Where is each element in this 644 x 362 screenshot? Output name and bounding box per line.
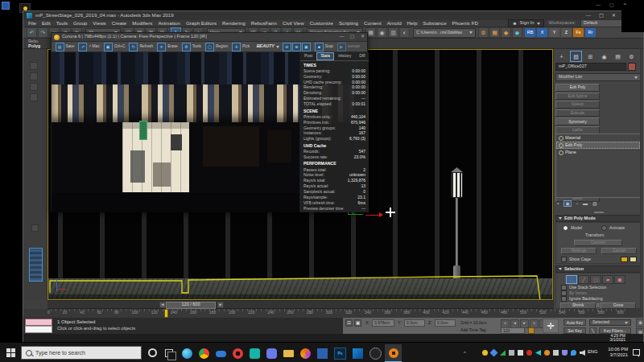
obs-icon[interactable] xyxy=(369,348,382,360)
minimize-button[interactable]: — xyxy=(586,13,591,18)
vertex-icon[interactable]: ∴ xyxy=(566,275,577,284)
taskbar-clock[interactable]: 10:06 PM 3/7/2021 xyxy=(602,347,628,358)
macro-recorder-pane[interactable] xyxy=(25,319,52,326)
menu-item[interactable]: Tools xyxy=(56,21,68,26)
opera-icon[interactable] xyxy=(233,348,243,359)
cortana-button[interactable] xyxy=(148,348,157,357)
settings-button[interactable]: Settings xyxy=(561,248,597,254)
isolate-selection-icon[interactable]: ⊡ xyxy=(345,319,353,327)
menu-item[interactable]: RebusFarm xyxy=(251,21,277,26)
tray-volume-icon[interactable] xyxy=(580,350,585,356)
tray-corona-icon[interactable] xyxy=(482,350,488,356)
display-tab-icon[interactable]: ▤ xyxy=(613,51,623,61)
menu-item[interactable]: Content xyxy=(364,21,382,26)
corona-close-button[interactable]: ✕ xyxy=(361,35,365,39)
modifier-preset-button[interactable]: Extrude xyxy=(555,109,600,117)
stop-button[interactable]: ■Stop xyxy=(315,43,333,51)
render-setup-icon[interactable]: ⚙ xyxy=(478,27,489,38)
add-time-tag[interactable]: Add Time Tag xyxy=(460,328,486,332)
object-color-swatch[interactable] xyxy=(628,63,636,71)
menu-item[interactable]: Edit xyxy=(42,21,51,26)
render-button[interactable]: ▶Render xyxy=(337,43,361,51)
menu-item[interactable]: Customize xyxy=(310,21,333,26)
3dsmax-icon[interactable] xyxy=(353,348,363,359)
element-icon[interactable]: ◼ xyxy=(614,275,625,284)
radio-model[interactable]: Model xyxy=(563,225,582,231)
schematic-view-icon[interactable]: ▥ xyxy=(388,27,398,38)
chrome-icon[interactable] xyxy=(199,348,209,359)
current-frame-field[interactable]: 120 xyxy=(501,327,525,334)
ignore-backfacing-checkbox[interactable]: Ignore Backfacing xyxy=(561,296,603,302)
corona-maximize-button[interactable]: ▢ xyxy=(350,35,354,39)
close-button[interactable]: ✕ xyxy=(612,13,616,18)
material-editor-icon[interactable]: ◐ xyxy=(399,27,410,38)
erase-button[interactable]: ✕Erase xyxy=(157,43,178,51)
selection-lock-icon[interactable]: ▣ xyxy=(354,319,361,327)
polygon-icon[interactable]: ▰ xyxy=(602,275,613,284)
region-button[interactable]: ▢Region xyxy=(205,43,228,51)
menu-item[interactable]: Rendering xyxy=(222,21,246,26)
visibility-bulb-icon[interactable] xyxy=(559,136,564,141)
discord-icon[interactable] xyxy=(266,348,277,359)
menu-item[interactable]: Modifiers xyxy=(132,21,152,26)
tray-gray-icon[interactable] xyxy=(509,350,514,356)
viewport-layout-thumbnail[interactable] xyxy=(29,248,43,282)
track-bar[interactable]: 0204060801001201401601802002202402602803… xyxy=(23,309,643,318)
modifier-preset-button[interactable]: Symmetry xyxy=(555,117,600,125)
gizmo-y-axis[interactable] xyxy=(350,214,363,215)
desktop-shortcut-icon[interactable] xyxy=(2,2,10,10)
firefox-icon[interactable] xyxy=(300,348,311,359)
remove-modifier-icon[interactable]: ▬ xyxy=(583,201,588,206)
menu-item[interactable]: Views xyxy=(93,21,105,26)
language-indicator[interactable]: ENG xyxy=(588,350,598,355)
active-app-button[interactable] xyxy=(385,344,402,362)
tray-vlc-icon[interactable] xyxy=(544,350,550,356)
modifier-preset-button[interactable]: Edit Spline xyxy=(555,93,600,101)
menu-item[interactable]: Arnold xyxy=(387,21,402,26)
modifier-preset-button[interactable]: Edit Poly xyxy=(555,84,600,92)
pick-button[interactable]: ✛Pick xyxy=(232,43,250,51)
zoom-fit-icon[interactable]: ▣ xyxy=(302,43,311,51)
modifier-stack-row[interactable]: Edit Poly xyxy=(556,142,640,149)
quick-button[interactable]: Y xyxy=(549,28,559,37)
visibility-bulb-icon[interactable] xyxy=(559,143,564,148)
pin-stack-icon[interactable]: ▪ xyxy=(557,201,559,206)
menu-item[interactable]: Civil View xyxy=(283,21,304,26)
zoom-out-icon[interactable]: ⊖ xyxy=(283,43,291,51)
task-view-button[interactable] xyxy=(165,349,173,357)
outer-minimize-button[interactable]: — xyxy=(596,2,601,7)
panel-scrollbar[interactable] xyxy=(640,49,642,309)
menu-item[interactable]: Create xyxy=(112,21,127,26)
tray-mail-icon[interactable] xyxy=(553,350,559,356)
redo-icon[interactable]: ↷ xyxy=(38,27,48,38)
edge-icon[interactable]: ╱ xyxy=(578,275,589,284)
send-to-max-button[interactable]: ↗> Max xyxy=(78,43,99,51)
sign-in-button[interactable]: ☻ Sign In xyxy=(508,19,543,27)
hierarchy-tab-icon[interactable]: ⊞ xyxy=(585,51,596,61)
project-path-dropdown[interactable]: C:\Users\n...nts\3dsMax xyxy=(413,28,476,38)
set-key-button[interactable]: Set Key xyxy=(564,327,586,334)
quick-button[interactable]: Rr xyxy=(585,28,596,37)
tray-drop-icon[interactable] xyxy=(571,350,576,356)
selection-set-dropdown[interactable]: Selected xyxy=(589,319,631,326)
menu-item[interactable]: Substance xyxy=(423,21,446,26)
z-coordinate-field[interactable]: 0.0cm xyxy=(435,319,456,327)
ribbon-tab-polygon-modeling[interactable]: Polyg xyxy=(28,44,40,49)
radio-animate[interactable]: Animate xyxy=(601,225,625,231)
outer-maximize-button[interactable]: ▢ xyxy=(609,2,614,7)
action-center-icon[interactable] xyxy=(633,349,640,356)
shrink-button[interactable]: Shrink xyxy=(560,302,596,309)
by-vertex-checkbox[interactable]: By Vertex xyxy=(561,290,587,296)
dock-button[interactable] xyxy=(30,72,38,80)
gizmo-x-axis[interactable] xyxy=(365,215,380,216)
cage-color-swatch[interactable] xyxy=(621,257,628,262)
menu-item[interactable]: File xyxy=(28,21,36,26)
create-tab-icon[interactable]: + xyxy=(556,51,567,61)
menu-item[interactable]: Graph Editors xyxy=(186,21,217,26)
start-button[interactable] xyxy=(6,348,15,357)
cage-selected-color-swatch[interactable] xyxy=(630,257,637,262)
render-pass-dropdown[interactable]: BEAUTY xyxy=(257,44,279,48)
maxscript-mini-listener[interactable]: 130cm alre xyxy=(25,326,52,333)
refresh-button[interactable]: ↻Refresh xyxy=(129,43,153,51)
save-button[interactable]: ▤Save xyxy=(56,43,75,51)
